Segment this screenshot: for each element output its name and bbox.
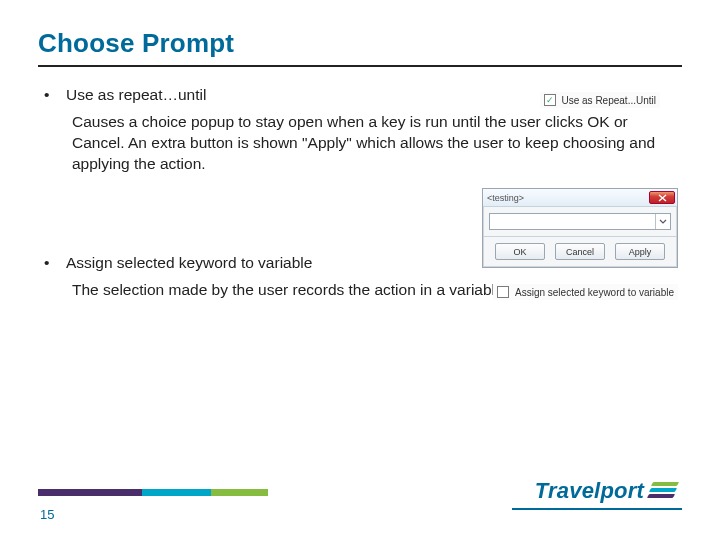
- checkbox-label: Assign selected keyword to variable: [515, 287, 674, 298]
- accent-bar: [38, 489, 268, 496]
- dialog-button-row: OK Cancel Apply: [483, 237, 677, 267]
- dialog-title: <testing>: [487, 193, 524, 203]
- page-title: Choose Prompt: [38, 28, 682, 59]
- dialog-titlebar: <testing>: [483, 189, 677, 207]
- brand-underline: [512, 508, 682, 510]
- brand-logo: Travelport: [535, 478, 682, 504]
- page-number: 15: [40, 507, 54, 522]
- brand-wordmark: Travelport: [535, 478, 644, 504]
- bullet-dot: •: [38, 85, 66, 106]
- brand-mark-icon: [648, 481, 682, 501]
- ok-button: OK: [495, 243, 545, 260]
- bullet-1-desc: Causes a choice popup to stay open when …: [72, 112, 682, 175]
- figure-dialog: <testing> OK Cancel Apply: [482, 188, 678, 268]
- cancel-button: Cancel: [555, 243, 605, 260]
- combobox: [489, 213, 671, 230]
- chevron-down-icon: [655, 214, 670, 229]
- title-underline: [38, 65, 682, 67]
- footer: 15 Travelport: [0, 470, 720, 540]
- checkbox-icon: [544, 94, 556, 106]
- slide: Choose Prompt • Use as repeat…until Caus…: [0, 0, 720, 540]
- close-icon: [649, 191, 675, 204]
- dialog-field: [483, 207, 677, 234]
- checkbox-icon: [497, 286, 509, 298]
- figure-checkbox-repeat-until: Use as Repeat...Until: [540, 92, 661, 108]
- checkbox-label: Use as Repeat...Until: [562, 95, 657, 106]
- figure-checkbox-assign-variable: Assign selected keyword to variable: [493, 284, 678, 300]
- apply-button: Apply: [615, 243, 665, 260]
- bullet-dot: •: [38, 253, 66, 274]
